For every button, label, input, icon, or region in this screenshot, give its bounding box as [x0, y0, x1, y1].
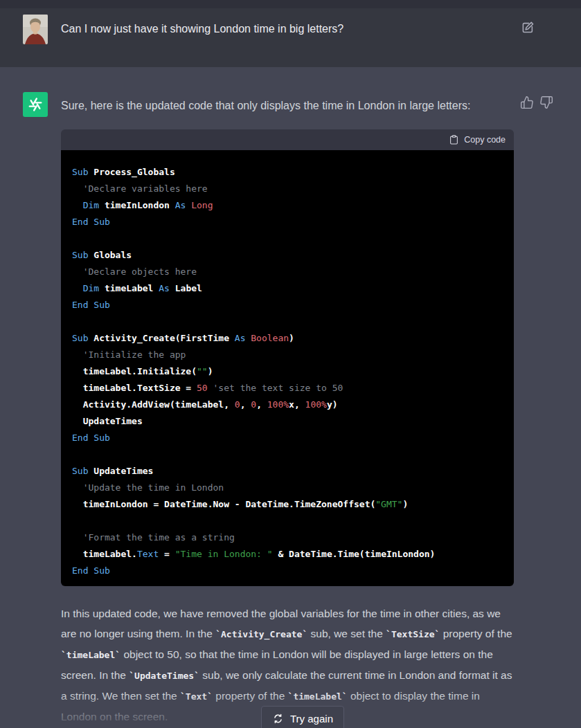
clipboard-icon [449, 134, 459, 145]
copy-code-label: Copy code [464, 135, 506, 145]
user-avatar-photo [23, 15, 48, 44]
assistant-avatar [23, 92, 48, 117]
try-again-button[interactable]: Try again [261, 706, 344, 728]
thumbs-up-button[interactable] [520, 95, 535, 111]
edit-message-button[interactable] [520, 20, 535, 35]
refresh-icon [272, 713, 284, 725]
openai-logo-icon [27, 96, 44, 113]
avatar [23, 15, 48, 44]
thumbs-down-button[interactable] [539, 95, 555, 111]
code-block: Copy code Sub Process_Globals 'Declare v… [61, 129, 514, 586]
edit-icon [520, 20, 535, 35]
user-message-row: Can I now just have it showing London ti… [0, 8, 581, 67]
thumbs-down-icon [539, 95, 553, 109]
copy-code-button[interactable]: Copy code [449, 134, 506, 145]
assistant-intro-text: Sure, here is the updated code that only… [61, 98, 490, 114]
thumbs-up-icon [520, 95, 534, 109]
code-content[interactable]: Sub Process_Globals 'Declare variables h… [61, 150, 514, 586]
try-again-label: Try again [290, 713, 333, 725]
assistant-message-row: Sure, here is the updated code that only… [0, 67, 581, 728]
user-message-text: Can I now just have it showing London ti… [61, 21, 490, 37]
code-block-header: Copy code [61, 129, 514, 150]
